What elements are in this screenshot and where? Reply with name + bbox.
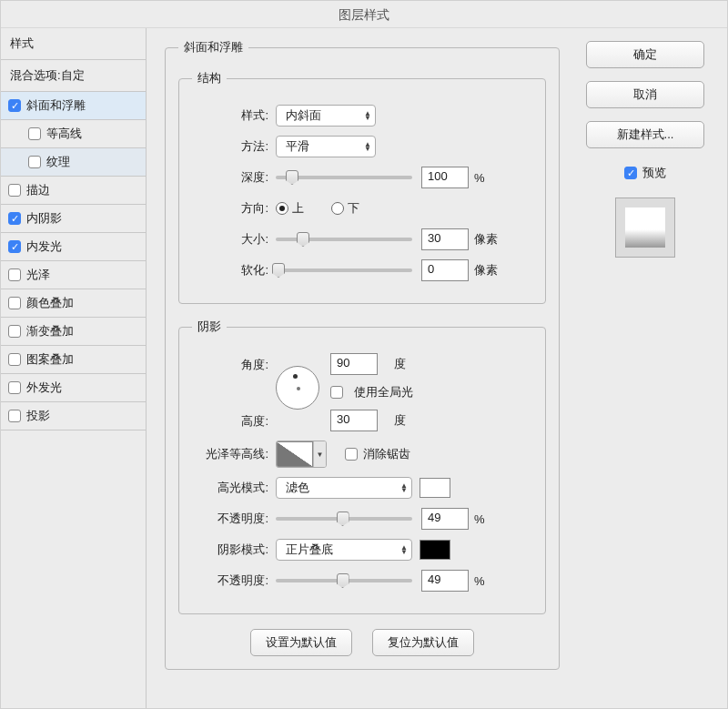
direction-up-label: 上 [292,200,304,217]
sidebar-item-3[interactable]: 描边 [1,177,146,205]
soften-label: 软化: [192,262,268,279]
sidebar-header: 样式 [1,28,146,60]
altitude-label: 高度: [192,413,268,430]
sidebar-item-checkbox[interactable] [28,156,41,168]
sidebar-item-0[interactable]: 斜面和浮雕 [1,92,146,120]
direction-down-radio[interactable] [331,202,344,215]
slider-thumb[interactable] [337,573,349,588]
sidebar-item-label: 投影 [26,408,50,424]
sidebar-item-checkbox[interactable] [8,410,21,422]
sidebar-item-label: 等高线 [46,126,82,142]
contour-swatch [277,441,313,467]
shadow-opacity-label: 不透明度: [192,572,268,589]
slider-thumb[interactable] [272,263,285,278]
main-panel: 斜面和浮雕 结构 样式: 内斜面 ▲▼ 方法: 平滑 [147,28,572,708]
sidebar-item-8[interactable]: 渐变叠加 [1,318,146,346]
right-panel: 确定 取消 新建样式... 预览 [572,28,727,708]
sidebar-item-label: 斜面和浮雕 [26,97,86,114]
direction-label: 方向: [192,200,268,217]
slider-thumb[interactable] [297,232,309,247]
soften-slider[interactable] [276,261,412,279]
sidebar-item-1[interactable]: 等高线 [1,120,146,148]
size-label: 大小: [192,231,268,248]
angle-altitude-control[interactable] [276,366,319,410]
highlight-opacity-input[interactable]: 49 [421,508,469,530]
new-style-button[interactable]: 新建样式... [586,121,704,148]
sidebar-item-checkbox[interactable] [8,212,21,225]
shadow-mode-label: 阴影模式: [192,542,268,558]
global-light-checkbox[interactable] [330,386,343,399]
shading-legend: 阴影 [192,319,227,335]
sidebar-item-6[interactable]: 光泽 [1,261,146,289]
sidebar-item-checkbox[interactable] [8,297,21,309]
shadow-opacity-input[interactable]: 49 [421,570,469,592]
sidebar-item-2[interactable]: 纹理 [1,148,146,177]
gloss-contour-picker[interactable]: ▼ [276,441,327,468]
shadow-opacity-slider[interactable] [276,572,412,590]
depth-slider[interactable] [276,168,412,187]
sidebar-item-label: 描边 [26,182,50,198]
highlight-opacity-slider[interactable] [276,510,412,528]
sidebar-item-checkbox[interactable] [28,127,41,140]
technique-select[interactable]: 平滑 ▲▼ [276,136,376,157]
sidebar-blend-options[interactable]: 混合选项:自定 [1,60,146,92]
technique-label: 方法: [192,138,268,155]
highlight-mode-value: 滤色 [286,480,309,496]
shadow-mode-select[interactable]: 正片叠底 ▲▼ [276,539,412,561]
highlight-mode-label: 高光模式: [192,480,268,496]
slider-thumb[interactable] [337,511,349,526]
sidebar-item-10[interactable]: 外发光 [1,374,146,402]
sidebar-item-checkbox[interactable] [8,240,21,253]
sidebar-item-7[interactable]: 颜色叠加 [1,289,146,318]
style-select[interactable]: 内斜面 ▲▼ [276,105,376,127]
sidebar-item-label: 内发光 [26,238,62,255]
highlight-opacity-unit: % [474,512,485,526]
sidebar-item-checkbox[interactable] [8,325,21,338]
shadow-mode-value: 正片叠底 [286,542,333,558]
sidebar-item-5[interactable]: 内发光 [1,233,146,261]
sidebar-item-checkbox[interactable] [8,99,21,112]
sidebar-item-4[interactable]: 内阴影 [1,205,146,233]
shadow-color-swatch[interactable] [420,540,450,560]
bevel-emboss-group: 斜面和浮雕 结构 样式: 内斜面 ▲▼ 方法: 平滑 [165,39,560,670]
angle-input[interactable]: 90 [330,353,378,375]
updown-icon: ▲▼ [400,545,408,554]
reset-default-button[interactable]: 复位为默认值 [372,629,474,656]
size-input[interactable]: 30 [421,228,469,250]
style-label: 样式: [192,107,268,124]
highlight-mode-select[interactable]: 滤色 ▲▼ [276,477,412,499]
ok-button[interactable]: 确定 [586,41,704,68]
soften-unit: 像素 [474,262,498,279]
sidebar-item-9[interactable]: 图案叠加 [1,346,146,374]
sidebar-item-checkbox[interactable] [8,268,21,281]
sidebar-item-label: 颜色叠加 [26,295,74,311]
shading-group: 阴影 角度: 高度: 90 度 [178,319,546,614]
sidebar-item-11[interactable]: 投影 [1,402,146,430]
sidebar-item-checkbox[interactable] [8,381,21,394]
highlight-color-swatch[interactable] [420,478,450,498]
preview-thumbnail [625,208,665,248]
antialias-checkbox[interactable] [345,448,358,461]
sidebar-item-checkbox[interactable] [8,184,21,197]
make-default-button[interactable]: 设置为默认值 [250,629,352,656]
soften-input[interactable]: 0 [421,259,469,281]
antialias-label: 消除锯齿 [363,446,410,462]
dialog-content: 样式 混合选项:自定 斜面和浮雕等高线纹理描边内阴影内发光光泽颜色叠加渐变叠加图… [1,28,727,708]
size-slider[interactable] [276,230,412,248]
depth-input[interactable]: 100 [421,167,469,188]
direction-up-radio[interactable] [276,202,288,215]
updown-icon: ▲▼ [364,111,371,120]
cancel-button[interactable]: 取消 [586,81,704,108]
altitude-input[interactable]: 30 [330,410,378,431]
styles-sidebar: 样式 混合选项:自定 斜面和浮雕等高线纹理描边内阴影内发光光泽颜色叠加渐变叠加图… [1,28,147,708]
preview-swatch [615,198,675,258]
window-title: 图层样式 [1,1,727,28]
shadow-opacity-unit: % [474,574,485,588]
structure-group: 结构 样式: 内斜面 ▲▼ 方法: 平滑 ▲▼ [178,70,546,304]
sidebar-item-label: 图案叠加 [26,351,74,368]
sidebar-item-checkbox[interactable] [8,353,21,366]
updown-icon: ▲▼ [400,483,408,492]
preview-checkbox[interactable] [624,167,637,179]
global-light-label: 使用全局光 [354,384,413,400]
slider-thumb[interactable] [286,170,298,185]
